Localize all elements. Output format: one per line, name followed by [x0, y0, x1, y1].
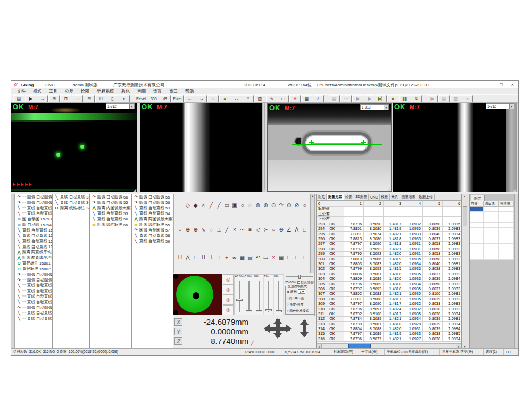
- element-cell[interactable]: [484, 207, 499, 212]
- list-item[interactable]: ↷圆弧自动圆弧55: [132, 194, 173, 200]
- palette-tool-icon[interactable]: ⊙: [270, 201, 278, 210]
- resize-grip-icon[interactable]: ◢: [388, 187, 390, 191]
- toolbar-button-6[interactable]: ⊟: [84, 95, 95, 102]
- list-item[interactable]: ╲直线自动直线15795: [15, 227, 52, 233]
- toolbar-button-23[interactable]: ▭: [278, 95, 289, 102]
- ring-light-preview[interactable]: [173, 274, 222, 315]
- element-lists-scrollbar[interactable]: [11, 194, 15, 349]
- element-cell[interactable]: [484, 212, 499, 217]
- radio-icon[interactable]: ○: [287, 309, 289, 312]
- element-row[interactable]: [470, 212, 514, 217]
- toolbar-button-24[interactable]: ☀: [289, 95, 301, 102]
- slider-thumb[interactable]: [246, 310, 252, 312]
- list-item[interactable]: ↷***圆弧自动圆弧: [15, 277, 52, 283]
- element-cell[interactable]: [499, 233, 514, 238]
- table-vertical-scrollbar[interactable]: ▲ ▼: [462, 194, 468, 349]
- element-cell[interactable]: [484, 249, 499, 254]
- toolbar-button-25[interactable]: ▦: [301, 95, 312, 102]
- palette-tool-icon[interactable]: ⌖: [223, 253, 231, 262]
- element-cell[interactable]: [499, 228, 514, 233]
- palette-tool-icon[interactable]: ∟: [301, 253, 309, 262]
- element-cell[interactable]: [499, 238, 514, 244]
- palette-tool-icon[interactable]: ╱: [223, 225, 231, 234]
- list-item[interactable]: ⋀距离内圆弧最大距离: [90, 205, 131, 211]
- palette-tool-icon[interactable]: ○: [238, 201, 246, 210]
- camera1-selector-dropdown[interactable]: 1-212 ▼: [106, 103, 135, 109]
- list-item[interactable]: ⋀距离两圆弧最大距离: [132, 217, 173, 222]
- toolbar-button-7[interactable]: ⊔: [95, 95, 106, 102]
- list-item[interactable]: ╲直线自动直线54: [132, 211, 173, 216]
- list-item[interactable]: ↷圆弧自动圆弧55: [90, 200, 131, 205]
- tab-0[interactable]: 次元: [317, 194, 327, 200]
- element-row[interactable]: [470, 207, 514, 212]
- table-row[interactable]: 295OK7.88118.50741.48211.09330.80401.098…: [317, 232, 461, 236]
- toolbar-button-12[interactable]: 360: [148, 95, 159, 102]
- minimize-button[interactable]: –: [488, 82, 491, 87]
- element-row[interactable]: [470, 244, 514, 249]
- camera4-selector-dropdown[interactable]: 1-212 ▼: [486, 103, 514, 109]
- toolbar-button-17[interactable]: ☼: [207, 95, 219, 102]
- menu-item-7[interactable]: 画面: [134, 88, 149, 94]
- palette-tool-icon[interactable]: ⊕: [262, 201, 270, 210]
- toolbar-button-33[interactable]: ■: [387, 95, 398, 102]
- toolbar-button-34[interactable]: ▮▮: [399, 95, 410, 102]
- palette-tool-icon[interactable]: ◇: [184, 201, 192, 210]
- list-item[interactable]: ╲直线自动直线56: [90, 217, 131, 222]
- toolbar-button-8[interactable]: ▯: [107, 95, 118, 102]
- camera-view-3-selected[interactable]: OK M:7 1-212 ▼ ◢: [267, 103, 392, 192]
- toolbar-button-35[interactable]: ↯: [411, 95, 422, 102]
- element-cell[interactable]: [470, 249, 484, 254]
- menu-item-10[interactable]: 帮助: [181, 88, 197, 94]
- toolbar-button-5[interactable]: ▭: [72, 95, 83, 102]
- y-axis-icon[interactable]: Y: [174, 328, 182, 335]
- toolbar-button-4[interactable]: ⊓: [60, 95, 71, 102]
- table-row[interactable]: 307OK7.88028.50881.48211.09300.81001.098…: [317, 292, 461, 297]
- list-item[interactable]: ⊕圆自动圆15793: [15, 217, 52, 222]
- list-item[interactable]: ╲***直线自动直线: [15, 299, 52, 304]
- palette-tool-icon[interactable]: ▣: [230, 201, 238, 210]
- toolbar-button-21[interactable]: ▨: [254, 95, 265, 102]
- menu-item-6[interactable]: 教化: [118, 88, 134, 94]
- table-row[interactable]: 315OK7.87978.50891.48191.09330.80381.098…: [317, 332, 461, 336]
- level-row[interactable]: ○弱 ○中 ○强: [287, 296, 314, 301]
- menu-item-9[interactable]: 窗口: [165, 88, 181, 94]
- palette-tool-icon[interactable]: ⊕: [192, 225, 200, 234]
- x-axis-icon[interactable]: X: [174, 318, 182, 326]
- element-cell[interactable]: [499, 244, 514, 249]
- table-row[interactable]: 310OK7.87968.50911.48241.09320.80381.098…: [317, 307, 461, 311]
- palette-tool-icon[interactable]: ╱: [207, 201, 215, 210]
- light-slider-3[interactable]: 3%: [264, 275, 273, 315]
- table-row[interactable]: 300OK7.88108.50861.48191.09350.80581.098…: [317, 257, 461, 261]
- element-cell-selected[interactable]: [470, 207, 484, 212]
- slider-thumb[interactable]: [276, 310, 282, 312]
- palette-tool-icon[interactable]: H: [176, 253, 184, 262]
- list-item[interactable]: H距离线性标注55: [132, 222, 173, 227]
- slider-thumb[interactable]: [265, 309, 272, 311]
- palette-tool-icon[interactable]: I: [207, 253, 215, 262]
- right-edge-scrollbar[interactable]: [514, 194, 519, 349]
- list-item[interactable]: H距离线性标注34: [53, 205, 89, 211]
- tab-8[interactable]: 数据上传: [417, 194, 434, 200]
- palette-tool-icon[interactable]: ◆: [192, 201, 200, 210]
- toolbar-button-40[interactable]: ×: [462, 95, 473, 102]
- element-cell[interactable]: [484, 233, 499, 238]
- menu-item-2[interactable]: 工具: [45, 88, 61, 94]
- jog-vertical-arrow[interactable]: [276, 319, 280, 337]
- ring-mode-row[interactable]: ◉ 环形1 ▾: [287, 289, 314, 294]
- table-row[interactable]: 302OK7.87998.50931.48151.09330.80381.098…: [317, 267, 461, 271]
- light-slider-0[interactable]: 40.0%: [235, 275, 244, 315]
- element-cell[interactable]: [484, 254, 499, 260]
- toolbar-button-39[interactable]: ▥: [450, 95, 461, 102]
- palette-tool-icon[interactable]: ▭: [262, 253, 270, 262]
- light-ring-icon[interactable]: ◎: [223, 284, 234, 294]
- palette-tool-icon[interactable]: ∟: [285, 253, 293, 262]
- palette-tool-icon[interactable]: ↷: [277, 201, 285, 210]
- tab-3[interactable]: 3D测量: [354, 194, 369, 200]
- tab-6[interactable]: 夹具: [390, 194, 400, 200]
- list-item[interactable]: ╲直线自动直线15798: [15, 244, 52, 250]
- menu-item-8[interactable]: 设置: [149, 88, 165, 94]
- scrollbar-thumb[interactable]: [463, 206, 467, 226]
- element-row[interactable]: [470, 228, 514, 233]
- toolbar-button-18[interactable]: ▲: [219, 95, 230, 102]
- tab-1[interactable]: 测量元素: [327, 194, 344, 200]
